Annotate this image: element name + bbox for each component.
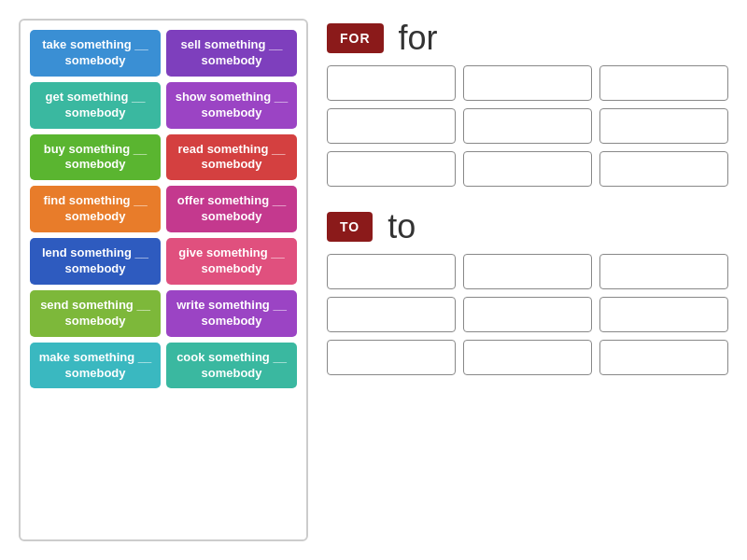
drop-grid-to — [327, 254, 728, 375]
drop-cell-for-2[interactable] — [599, 65, 728, 101]
drop-cell-for-6[interactable] — [327, 151, 456, 187]
word-card-write[interactable]: write something __ somebody — [166, 290, 297, 337]
section-label-for: for — [399, 19, 438, 58]
section-header-for: FORfor — [327, 19, 728, 58]
word-card-sell[interactable]: sell something __ somebody — [166, 30, 297, 77]
word-card-read[interactable]: read something __ somebody — [166, 134, 297, 181]
word-card-lend[interactable]: lend something __ somebody — [30, 238, 161, 285]
drop-grid-for — [327, 65, 728, 187]
main-container: take something __ somebodysell something… — [0, 0, 747, 560]
drop-cell-for-8[interactable] — [599, 151, 728, 187]
drop-cell-for-5[interactable] — [599, 108, 728, 144]
word-card-get[interactable]: get something __ somebody — [30, 82, 161, 129]
drop-cell-to-4[interactable] — [463, 297, 592, 332]
drop-cell-for-0[interactable] — [327, 65, 456, 101]
drop-cell-for-1[interactable] — [463, 65, 592, 101]
right-panel: FORforTOto — [327, 19, 728, 541]
section-label-to: to — [388, 207, 416, 246]
word-card-take[interactable]: take something __ somebody — [30, 30, 161, 77]
word-card-buy[interactable]: buy something __ somebody — [30, 134, 161, 181]
drop-cell-to-8[interactable] — [599, 340, 728, 375]
drop-cell-to-3[interactable] — [327, 297, 456, 332]
drop-cell-to-7[interactable] — [463, 340, 592, 375]
drop-cell-for-4[interactable] — [463, 108, 592, 144]
word-card-give[interactable]: give something __ somebody — [166, 238, 297, 285]
drop-cell-for-7[interactable] — [463, 151, 592, 187]
drop-cell-to-5[interactable] — [599, 297, 728, 332]
word-card-offer[interactable]: offer something __ somebody — [166, 186, 297, 232]
section-for: FORfor — [327, 19, 728, 198]
word-card-find[interactable]: find something __ somebody — [30, 186, 161, 232]
section-header-to: TOto — [327, 207, 728, 246]
word-card-show[interactable]: show something __ somebody — [166, 82, 297, 129]
word-card-make[interactable]: make something __ somebody — [30, 343, 161, 389]
word-cards-panel: take something __ somebodysell something… — [19, 19, 308, 541]
drop-cell-to-6[interactable] — [327, 340, 456, 375]
drop-cell-to-1[interactable] — [463, 254, 592, 289]
section-badge-to: TO — [327, 212, 373, 242]
word-card-cook[interactable]: cook something __ somebody — [166, 343, 297, 389]
section-to: TOto — [327, 207, 728, 386]
drop-cell-to-2[interactable] — [599, 254, 728, 289]
drop-cell-to-0[interactable] — [327, 254, 456, 289]
section-badge-for: FOR — [327, 23, 384, 53]
drop-cell-for-3[interactable] — [327, 108, 456, 144]
word-card-send[interactable]: send something __ somebody — [30, 290, 161, 337]
